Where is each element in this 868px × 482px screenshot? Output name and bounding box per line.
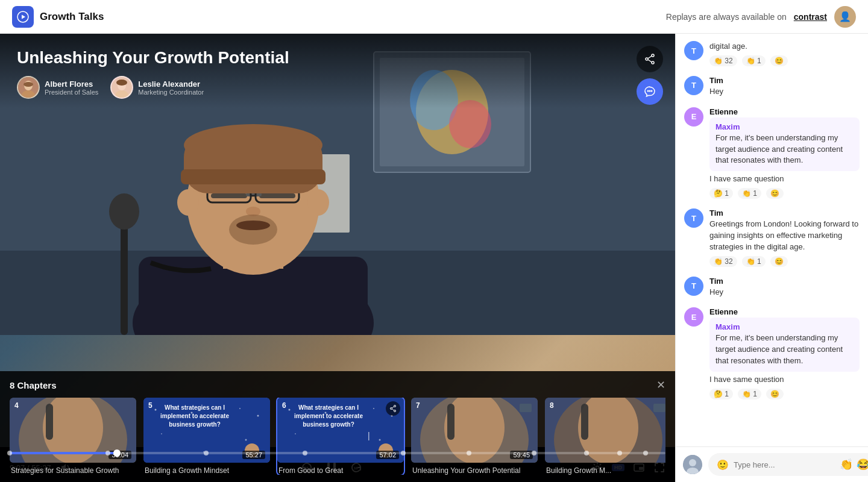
laugh-emoji-button[interactable]: 😂: [857, 458, 868, 471]
chapters-close-button[interactable]: ✕: [656, 380, 665, 390]
chapter-dot-10: [643, 451, 648, 455]
chapters-title: 8 Chapters: [10, 380, 57, 390]
svg-line-72: [392, 407, 394, 408]
clap-emoji-button[interactable]: 👏: [840, 458, 853, 471]
svg-point-42: [647, 90, 649, 92]
svg-point-63: [373, 408, 374, 409]
reaction-clap-1b[interactable]: 👏 1: [738, 188, 761, 199]
user-avatar[interactable]: 👤: [834, 6, 856, 28]
emoji-face-icon[interactable]: 🙂: [717, 459, 729, 471]
svg-point-69: [394, 405, 396, 407]
chapter-dot-6: [467, 451, 471, 455]
svg-point-66: [379, 439, 381, 441]
svg-point-38: [652, 61, 654, 64]
svg-rect-77: [447, 404, 454, 440]
reaction-smile-1[interactable]: 😊: [770, 55, 788, 66]
emoji-buttons: 👏 😂 🔥: [840, 458, 868, 471]
chapter-6-share-button[interactable]: [386, 401, 400, 416]
chat-username-tim-2: Tim: [709, 76, 723, 85]
chapter-7-label: Unleashing Your Growth Potential: [411, 466, 538, 475]
chat-content-6: Etienne Maxim For me, it's been understa…: [709, 307, 860, 399]
chat-content-5: Tim Hey: [709, 277, 723, 298]
reaction-clap-32b[interactable]: 👏 32: [709, 256, 737, 267]
svg-rect-83: [653, 404, 665, 412]
chat-input-area: 🙂 👏 😂 🔥: [676, 446, 868, 482]
chat-input-field[interactable]: [734, 460, 835, 469]
video-title: Unleashing Your Growth Potential: [17, 48, 658, 67]
reaction-smile-2[interactable]: 😊: [766, 188, 784, 199]
chat-content-1: digital age. 👏 32 👏 1 😊: [709, 41, 788, 66]
reaction-smile-4[interactable]: 😊: [766, 389, 784, 399]
svg-point-39: [646, 58, 648, 60]
svg-point-92: [689, 459, 696, 466]
chapters-header: 8 Chapters ✕: [10, 380, 665, 390]
chat-avatar-tim-3: T: [684, 208, 703, 228]
chapter-dot-2: [105, 451, 110, 455]
reaction-clap-1[interactable]: 👏 1: [742, 55, 766, 66]
reaction-smile-3[interactable]: 😊: [770, 256, 788, 267]
host-2: Leslie Alexander Marketing Coordinator: [110, 76, 204, 99]
share-video-button[interactable]: [637, 46, 663, 72]
chapter-card-4[interactable]: 4 33:04 Strategies for Sustainable Growt…: [10, 398, 136, 475]
chat-toggle-button[interactable]: [637, 78, 663, 105]
brand-area: Growth Talks: [12, 6, 104, 28]
chat-text-tim-hey-2: Hey: [709, 287, 723, 298]
seek-bar-track[interactable]: [10, 452, 665, 454]
chat-content-4: Tim Greetings from London! Looking forwa…: [709, 208, 860, 267]
chat-username-tim-4: Tim: [709, 277, 723, 286]
chapter-card-7[interactable]: 7 59:45 Unleashing Your Growth Potential: [411, 398, 538, 475]
app-title: Growth Talks: [40, 11, 104, 23]
reaction-clap-1c[interactable]: 👏 1: [742, 256, 766, 267]
chat-avatar-etienne-1: E: [684, 107, 703, 127]
svg-point-53: [239, 408, 241, 409]
chat-username-etienne-2: Etienne: [709, 307, 860, 316]
chapter-card-5[interactable]: What strategies can I implement to accel…: [143, 398, 270, 475]
chapter-8-num: 8: [550, 401, 554, 410]
chapter-card-8[interactable]: 8 Building Growth M...: [545, 398, 665, 475]
svg-point-70: [394, 410, 396, 412]
reaction-think-2[interactable]: 🤔 1: [709, 389, 733, 399]
reaction-think-1[interactable]: 🤔 1: [709, 188, 733, 199]
svg-point-26: [307, 189, 329, 216]
host-2-avatar: [110, 76, 133, 99]
chat-text-1: digital age.: [709, 41, 788, 52]
svg-text:|: |: [368, 431, 370, 440]
svg-rect-32: [24, 82, 33, 87]
chat-username-etienne: Etienne: [709, 107, 860, 116]
contrast-link[interactable]: contrast: [794, 12, 827, 22]
chat-messages: T digital age. 👏 32 👏 1 😊 T Tim Hey: [676, 34, 868, 446]
chapter-5-num: 5: [148, 401, 153, 410]
hosts-row: Albert Flores President of Sales: [17, 76, 658, 99]
svg-line-73: [392, 409, 394, 411]
chat-reactions-6: 🤔 1 👏 1 😊: [709, 389, 860, 399]
topnav: Growth Talks Replays are always availabl…: [0, 0, 868, 34]
chat-message-1: T digital age. 👏 32 👏 1 😊: [684, 41, 860, 66]
chat-avatar-etienne-2: E: [684, 307, 703, 327]
chat-avatar-tim-4: T: [684, 277, 703, 296]
chat-message-3: E Etienne Maxim For me, it's been unders…: [684, 107, 860, 199]
chat-subtext-6: I have same question: [709, 374, 860, 386]
reaction-clap-1d[interactable]: 👏 1: [738, 389, 761, 399]
svg-rect-13: [211, 193, 247, 198]
svg-point-21: [236, 221, 270, 230]
svg-point-54: [257, 415, 259, 417]
seek-thumb[interactable]: [113, 449, 121, 457]
svg-point-36: [116, 80, 127, 86]
chat-content-2: Tim Hey: [709, 76, 723, 98]
svg-rect-24: [181, 169, 326, 184]
chapter-dot-9: [617, 451, 622, 455]
chapter-6-label: From Good to Great: [277, 466, 404, 475]
svg-line-41: [648, 60, 652, 62]
svg-point-37: [652, 54, 654, 57]
svg-rect-14: [259, 193, 295, 198]
reaction-clap-32[interactable]: 👏 32: [709, 55, 737, 66]
chapter-dot-7: [532, 451, 536, 455]
chapter-5-label: Building a Growth Mindset: [143, 466, 270, 475]
chapter-6-num: 6: [282, 401, 286, 410]
chat-avatar-tim-1: T: [684, 41, 703, 60]
main-area: Unleashing Your Growth Potential: [0, 34, 868, 482]
chat-content-3: Etienne Maxim For me, it's been understa…: [709, 107, 860, 199]
chat-message-5: T Tim Hey: [684, 277, 860, 298]
chapter-card-6[interactable]: What strategies can I implement to accel…: [277, 398, 404, 475]
chapter-dot-8: [584, 451, 589, 455]
